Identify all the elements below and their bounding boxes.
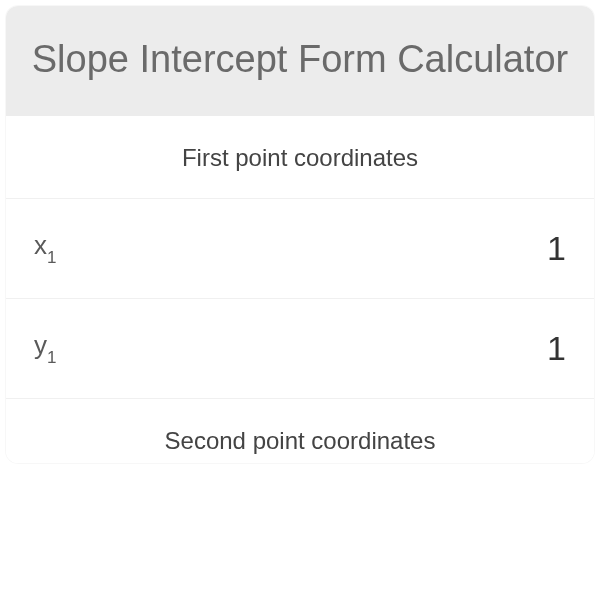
input-x1[interactable] [366, 229, 566, 268]
calculator-card: Slope Intercept Form Calculator First po… [6, 6, 594, 463]
label-x1-base: x [34, 230, 47, 260]
label-y1-sub: 1 [47, 348, 56, 367]
label-y1-base: y [34, 330, 47, 360]
input-y1[interactable] [366, 329, 566, 368]
section-first-point-label: First point coordinates [6, 116, 594, 199]
header: Slope Intercept Form Calculator [6, 6, 594, 116]
section-second-point-label: Second point coordinates [6, 399, 594, 463]
label-x1: x1 [34, 230, 56, 265]
label-x1-sub: 1 [47, 248, 56, 267]
page-title: Slope Intercept Form Calculator [26, 36, 574, 84]
input-row-x1[interactable]: x1 [6, 199, 594, 299]
input-row-y1[interactable]: y1 [6, 299, 594, 399]
label-y1: y1 [34, 330, 56, 365]
